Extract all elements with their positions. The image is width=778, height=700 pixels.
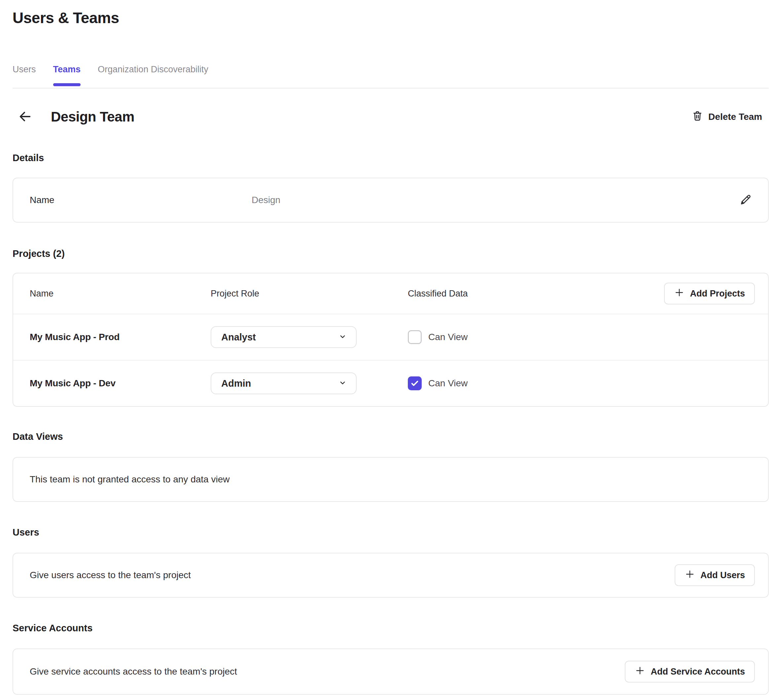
delete-team-label: Delete Team xyxy=(708,112,762,122)
service-accounts-heading: Service Accounts xyxy=(13,622,769,634)
project-role-select[interactable]: Analyst xyxy=(211,326,357,348)
can-view-checkbox[interactable] xyxy=(408,377,422,390)
data-views-heading: Data Views xyxy=(13,430,769,442)
users-heading: Users xyxy=(13,526,769,538)
team-header: Design Team Delete Team xyxy=(13,108,769,125)
trash-icon xyxy=(692,110,703,124)
data-views-card: This team is not granted access to any d… xyxy=(13,457,769,502)
projects-card: Name Project Role Classified Data Add Pr… xyxy=(13,273,769,407)
tab-bar: Users Teams Organization Discoverability xyxy=(13,64,769,88)
add-projects-label: Add Projects xyxy=(690,288,745,299)
project-name: My Music App - Prod xyxy=(30,332,211,342)
column-header-classified-data: Classified Data xyxy=(408,288,664,299)
tab-users[interactable]: Users xyxy=(13,64,36,88)
delete-team-button[interactable]: Delete Team xyxy=(692,110,762,124)
project-role-select[interactable]: Admin xyxy=(211,372,357,394)
add-service-accounts-button[interactable]: Add Service Accounts xyxy=(625,661,755,682)
project-row: My Music App - Prod Analyst xyxy=(13,314,768,360)
can-view-label: Can View xyxy=(428,378,468,388)
data-views-empty-text: This team is not granted access to any d… xyxy=(30,474,230,485)
service-accounts-description: Give service accounts access to the team… xyxy=(30,666,237,677)
tab-organization-discoverability[interactable]: Organization Discoverability xyxy=(98,64,208,88)
add-users-button[interactable]: Add Users xyxy=(675,564,755,586)
projects-table-header: Name Project Role Classified Data Add Pr… xyxy=(13,273,768,314)
projects-heading: Projects (2) xyxy=(13,248,769,260)
project-role-value: Admin xyxy=(221,378,251,389)
plus-icon xyxy=(685,569,695,582)
name-value: Design xyxy=(252,195,280,205)
column-header-project-role: Project Role xyxy=(211,288,408,299)
back-button[interactable] xyxy=(17,109,33,125)
chevron-down-icon xyxy=(338,332,347,342)
plus-icon xyxy=(674,287,685,300)
column-header-name: Name xyxy=(30,288,211,299)
pencil-icon xyxy=(740,193,752,207)
add-users-label: Add Users xyxy=(700,570,745,580)
check-icon xyxy=(410,379,419,388)
add-service-accounts-label: Add Service Accounts xyxy=(651,667,745,677)
page-title: Users & Teams xyxy=(13,8,769,27)
details-heading: Details xyxy=(13,152,769,164)
users-teams-page: Users & Teams Users Teams Organization D… xyxy=(0,8,778,700)
project-row: My Music App - Dev Admin Ca xyxy=(13,360,768,406)
name-label: Name xyxy=(30,195,252,205)
project-role-value: Analyst xyxy=(221,332,256,343)
can-view-checkbox[interactable] xyxy=(408,330,422,344)
add-projects-button[interactable]: Add Projects xyxy=(664,283,755,305)
tab-teams[interactable]: Teams xyxy=(53,64,81,88)
edit-name-button[interactable] xyxy=(738,193,753,207)
plus-icon xyxy=(635,665,645,678)
arrow-left-icon xyxy=(18,109,33,125)
chevron-down-icon xyxy=(338,379,347,388)
users-card: Give users access to the team's project … xyxy=(13,553,769,598)
project-name: My Music App - Dev xyxy=(30,378,211,388)
details-card: Name Design xyxy=(13,178,769,223)
can-view-label: Can View xyxy=(428,332,468,342)
service-accounts-card: Give service accounts access to the team… xyxy=(13,648,769,695)
team-title: Design Team xyxy=(51,108,134,125)
users-description: Give users access to the team's project xyxy=(30,570,191,580)
